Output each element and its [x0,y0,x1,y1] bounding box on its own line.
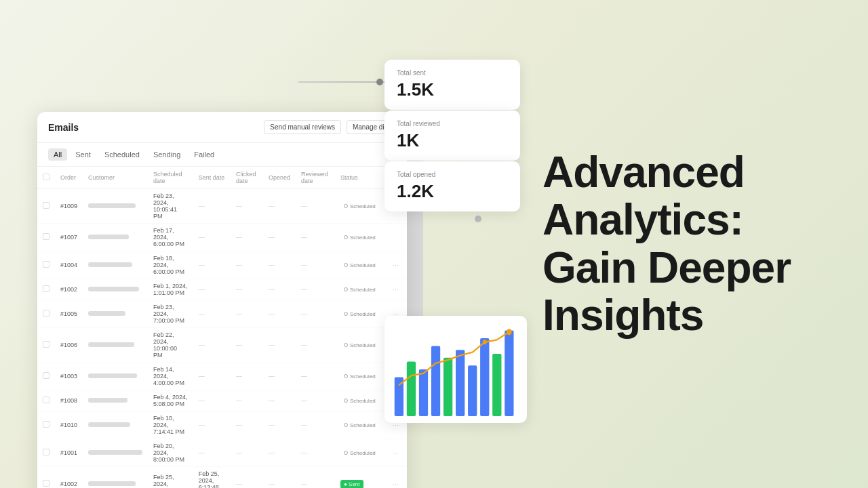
tab-scheduled[interactable]: Scheduled [99,148,145,161]
order-id: #1006 [55,328,83,363]
clicked-date: — [231,224,263,251]
order-id: #1007 [55,224,83,251]
row-checkbox[interactable] [43,285,50,292]
order-id: #1001 [55,439,83,467]
row-checkbox[interactable] [43,372,50,379]
order-id: #1002 [55,467,83,489]
opened-cell: — [263,251,296,279]
tab-sent[interactable]: Sent [70,148,96,161]
sent-date: — [193,251,231,279]
table-row[interactable]: #1009 Feb 23, 2024, 10:05:41 PM — — — — … [37,189,407,224]
reviewed-date: — [296,251,335,279]
scheduled-date: Feb 18, 2024, 6:00:00 PM [148,251,193,279]
table-row[interactable]: #1008 Feb 4, 2024, 5:08:00 PM — — — — Sc… [37,390,407,411]
tab-sending[interactable]: Sending [148,148,186,161]
svg-rect-5 [456,350,465,416]
email-panel-header: Emails Send manual reviews Manage di... [37,112,407,143]
row-checkbox[interactable] [43,202,50,209]
status-cell: Scheduled [335,189,384,224]
table-row[interactable]: #1005 Feb 23, 2024, 7:00:00 PM — — — — S… [37,300,407,328]
reviewed-date: — [296,411,335,439]
customer-bar [88,262,132,267]
opened-cell: — [263,363,296,390]
row-checkbox[interactable] [43,233,50,240]
status-badge-scheduled: Scheduled [340,396,379,405]
row-checkbox[interactable] [43,449,50,455]
opened-cell: — [263,300,296,328]
more-actions-button[interactable]: ··· [390,449,401,457]
customer-bar [88,373,137,378]
row-checkbox[interactable] [43,396,50,403]
table-row[interactable]: #1001 Feb 20, 2024, 8:00:00 PM — — — — S… [37,439,407,467]
clicked-date: — [231,390,263,411]
reviewed-date: — [296,279,335,300]
status-cell: Scheduled [335,251,384,279]
table-row[interactable]: #1006 Feb 22, 2024, 10:00:00 PM — — — — … [37,328,407,363]
clicked-date: — [231,300,263,328]
scheduled-date: Feb 4, 2024, 5:08:00 PM [148,390,193,411]
row-checkbox[interactable] [43,480,50,487]
table-row[interactable]: #1007 Feb 17, 2024, 6:00:00 PM — — — — S… [37,224,407,251]
table-row[interactable]: #1002 Feb 1, 2024, 1:01:00 PM — — — — Sc… [37,279,407,300]
status-badge-scheduled: Scheduled [340,202,379,211]
opened-cell: — [263,279,296,300]
hero-line4: Insights [542,291,703,340]
clicked-date: — [231,279,263,300]
row-checkbox[interactable] [43,421,50,428]
sent-date: Feb 25, 2024, 6:13:48 PM [193,467,231,489]
reviewed-date: — [296,439,335,467]
table-row[interactable]: #1004 Feb 18, 2024, 6:00:00 PM — — — — S… [37,251,407,279]
connector-dot-right [376,79,383,85]
sent-date: — [193,224,231,251]
scheduled-date: Feb 1, 2024, 1:01:00 PM [148,279,193,300]
more-actions-button[interactable]: ··· [390,261,401,269]
status-badge-sent: ● Sent [340,480,363,489]
order-id: #1003 [55,363,83,390]
select-all-checkbox[interactable] [43,174,50,180]
status-cell: Scheduled [335,411,384,439]
row-checkbox[interactable] [43,261,50,268]
table-row[interactable]: #1010 Feb 10, 2024, 7:14:41 PM — — — — S… [37,411,407,439]
scheduled-date: Feb 10, 2024, 7:14:41 PM [148,411,193,439]
customer-cell [83,439,148,467]
order-id: #1010 [55,411,83,439]
email-panel-title: Emails [48,122,79,133]
customer-cell [83,300,148,328]
total-sent-label: Total sent [397,69,508,77]
customer-cell [83,328,148,363]
tab-failed[interactable]: Failed [189,148,220,161]
total-opened-value: 1.2K [397,181,508,202]
sent-date: — [193,279,231,300]
more-actions-button[interactable]: ··· [390,285,401,293]
connector-line [298,81,387,83]
col-sent: Sent date [193,167,231,189]
tab-all[interactable]: All [48,148,67,161]
table-row[interactable]: #1003 Feb 14, 2024, 4:00:00 PM — — — — S… [37,363,407,390]
status-cell: Scheduled [335,279,384,300]
row-checkbox[interactable] [43,310,50,317]
total-sent-value: 1.5K [397,79,508,100]
order-id: #1008 [55,390,83,411]
reviewed-date: — [296,189,335,224]
opened-cell: — [263,411,296,439]
opened-cell: — [263,467,296,489]
customer-bar [88,235,129,239]
hero-text: Advanced Analytics: Gain Deeper Insights [542,148,827,340]
customer-cell [83,189,148,224]
col-clicked: Clicked date [231,167,263,189]
row-checkbox[interactable] [43,341,50,348]
more-actions-button[interactable]: ··· [390,480,401,488]
table-row[interactable]: #1002 Feb 25, 2024, 7:13:15 PM Feb 25, 2… [37,467,407,489]
svg-rect-6 [468,365,477,416]
more-actions-cell: ··· [384,251,407,279]
customer-bar [88,311,125,316]
clicked-date: — [231,363,263,390]
col-scheduled: Scheduled date [148,167,193,189]
customer-cell [83,390,148,411]
email-panel: Emails Send manual reviews Manage di... … [37,112,407,488]
sent-date: — [193,439,231,467]
status-badge-scheduled: Scheduled [340,310,379,319]
send-manual-reviews-button[interactable]: Send manual reviews [264,120,341,134]
svg-rect-9 [505,331,513,417]
order-id: #1009 [55,189,83,224]
